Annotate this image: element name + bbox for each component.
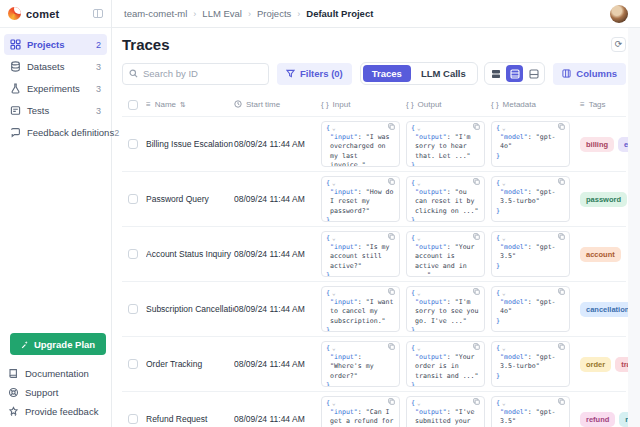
breadcrumb-item[interactable]: LLM Eval	[202, 8, 242, 19]
column-header-start-time[interactable]: Start time	[234, 100, 321, 110]
chevron-down-icon[interactable]: ⌄	[502, 233, 506, 242]
output-json-cell[interactable]: {⌄ "output": "ou can reset it by clickin…	[406, 176, 485, 222]
row-checkbox[interactable]	[128, 249, 138, 259]
density-small-icon[interactable]	[487, 65, 504, 82]
row-checkbox[interactable]	[128, 414, 138, 424]
metadata-json-cell[interactable]: {⌄ "model": "gpt-3.5-turbo" }	[491, 341, 570, 387]
input-json-cell[interactable]: {⌄ "input": "Can I get a refund for my l…	[321, 396, 400, 427]
breadcrumb-item[interactable]: Projects	[257, 8, 291, 19]
tab-llm-calls[interactable]: LLM Calls	[412, 65, 475, 82]
tab-traces[interactable]: Traces	[363, 65, 411, 82]
trace-name[interactable]: Password Query	[146, 194, 209, 204]
sidebar-item-experiments[interactable]: Experiments 3	[4, 78, 107, 99]
output-json-cell[interactable]: {⌄ "output": "I've submitted your refund…	[406, 396, 485, 427]
sidebar-item-provide-feedback[interactable]: Provide feedback	[8, 402, 103, 421]
chevron-down-icon[interactable]: ⌄	[502, 288, 506, 297]
metadata-json-cell[interactable]: {⌄ "model": "gpt-3.5" }	[491, 396, 570, 427]
column-header-name[interactable]: ≡ Name ⇅	[146, 100, 234, 109]
row-checkbox[interactable]	[128, 194, 138, 204]
column-header-input[interactable]: { } Input	[321, 100, 406, 109]
trace-name[interactable]: Account Status Inquiry	[146, 249, 231, 259]
copy-icon[interactable]	[558, 343, 565, 353]
select-all-checkbox[interactable]	[128, 100, 138, 110]
copy-icon[interactable]	[558, 288, 565, 298]
sidebar-item-feedback-definitions[interactable]: Feedback definitions 2	[4, 122, 107, 143]
sidebar-item-datasets[interactable]: Datasets 3	[4, 56, 107, 77]
chevron-down-icon[interactable]: ⌄	[502, 178, 506, 187]
chevron-down-icon[interactable]: ⌄	[417, 398, 421, 407]
sidebar-item-support[interactable]: Support	[8, 383, 103, 402]
chevron-down-icon[interactable]: ⌄	[417, 343, 421, 352]
table-row[interactable]: Billing Issue Escalation 08/09/24 11:44 …	[122, 117, 626, 172]
columns-button[interactable]: Columns	[553, 63, 626, 85]
chevron-down-icon[interactable]: ⌄	[502, 398, 506, 407]
user-avatar[interactable]	[610, 5, 628, 23]
density-large-icon[interactable]	[525, 65, 542, 82]
chevron-down-icon[interactable]: ⌄	[502, 343, 506, 352]
vertical-scrollbar[interactable]	[628, 28, 640, 427]
trace-name[interactable]: Refund Request	[146, 414, 207, 424]
tag-pill[interactable]: billing	[580, 137, 614, 152]
refresh-button[interactable]: ⟳	[611, 37, 626, 52]
row-checkbox[interactable]	[128, 304, 138, 314]
chevron-down-icon[interactable]: ⌄	[332, 178, 336, 187]
tag-pill[interactable]: password	[580, 192, 627, 207]
output-json-cell[interactable]: {⌄ "output": "I'm sorry to hear that. Le…	[406, 121, 485, 167]
trace-name[interactable]: Billing Issue Escalation	[146, 139, 233, 149]
table-row[interactable]: Subscription Cancellation 08/09/24 11:44…	[122, 282, 626, 337]
upgrade-plan-button[interactable]: Upgrade Plan	[10, 333, 106, 355]
tag-pill[interactable]: refund	[580, 412, 615, 427]
column-header-output[interactable]: { } Output	[406, 100, 491, 109]
input-json-cell[interactable]: {⌄ "input": "How do I reset my password?…	[321, 176, 400, 222]
search-input[interactable]	[143, 68, 253, 79]
chevron-down-icon[interactable]: ⌄	[332, 398, 336, 407]
chevron-down-icon[interactable]: ⌄	[332, 288, 336, 297]
sidebar-item-projects[interactable]: Projects 2	[4, 34, 107, 55]
input-json-cell[interactable]: {⌄ "input": "I want to cancel my subscri…	[321, 286, 400, 332]
sidebar-item-tests[interactable]: Tests 3	[4, 100, 107, 121]
sidebar-collapse-icon[interactable]	[93, 9, 103, 18]
tag-pill[interactable]: order	[580, 357, 611, 372]
columns-label: Columns	[576, 68, 617, 79]
metadata-json-cell[interactable]: {⌄ "model": "gpt-3.5" }	[491, 231, 570, 277]
output-json-cell[interactable]: {⌄ "output": "I'm sorry to see you go. I…	[406, 286, 485, 332]
copy-icon[interactable]	[558, 123, 565, 133]
trace-name[interactable]: Order Tracking	[146, 359, 202, 369]
input-json-cell[interactable]: {⌄ "input": "Is my account still active?…	[321, 231, 400, 277]
input-json-cell[interactable]: {⌄ "input": "I was overcharged on my las…	[321, 121, 400, 167]
table-row[interactable]: Password Query 08/09/24 11:44 AM {⌄ "inp…	[122, 172, 626, 227]
metadata-json-cell[interactable]: {⌄ "model": "gpt-4o" }	[491, 286, 570, 332]
chevron-down-icon[interactable]: ⌄	[332, 233, 336, 242]
metadata-json-cell[interactable]: {⌄ "model": "gpt-4o" }	[491, 121, 570, 167]
tag-pill[interactable]: account	[580, 247, 621, 262]
chevron-down-icon[interactable]: ⌄	[417, 123, 421, 132]
copy-icon[interactable]	[558, 178, 565, 188]
row-checkbox[interactable]	[128, 359, 138, 369]
chevron-down-icon[interactable]: ⌄	[332, 343, 336, 352]
column-header-metadata[interactable]: { } Metadata	[491, 100, 578, 109]
search-box[interactable]	[122, 63, 269, 85]
row-checkbox[interactable]	[128, 139, 138, 149]
braces-icon: { }	[491, 100, 499, 109]
table-row[interactable]: Account Status Inquiry 08/09/24 11:44 AM…	[122, 227, 626, 282]
output-json-cell[interactable]: {⌄ "output": "Your order is in transit a…	[406, 341, 485, 387]
copy-icon[interactable]	[558, 233, 565, 243]
chevron-down-icon[interactable]: ⌄	[417, 288, 421, 297]
table-row[interactable]: Refund Request 08/09/24 11:44 AM {⌄ "inp…	[122, 392, 626, 427]
breadcrumb-item[interactable]: team-comet-ml	[124, 8, 187, 19]
output-json-cell[interactable]: {⌄ "output": "Your account is active and…	[406, 231, 485, 277]
table-row[interactable]: Order Tracking 08/09/24 11:44 AM {⌄ "inp…	[122, 337, 626, 392]
chevron-down-icon[interactable]: ⌄	[502, 123, 506, 132]
chevron-down-icon[interactable]: ⌄	[417, 233, 421, 242]
chevron-down-icon[interactable]: ⌄	[332, 123, 336, 132]
chevron-down-icon[interactable]: ⌄	[417, 178, 421, 187]
sidebar-item-documentation[interactable]: Documentation	[8, 364, 103, 383]
metadata-json-cell[interactable]: {⌄ "model": "gpt-3.5-turbo" }	[491, 176, 570, 222]
copy-icon[interactable]	[558, 398, 565, 408]
input-json-cell[interactable]: {⌄ "input": "Where's my order?" }	[321, 341, 400, 387]
filters-button[interactable]: Filters (0)	[277, 63, 352, 85]
density-medium-icon[interactable]	[506, 65, 523, 82]
copy-icon[interactable]	[388, 343, 395, 353]
copy-icon[interactable]	[473, 178, 480, 188]
trace-name[interactable]: Subscription Cancellation	[146, 304, 234, 314]
